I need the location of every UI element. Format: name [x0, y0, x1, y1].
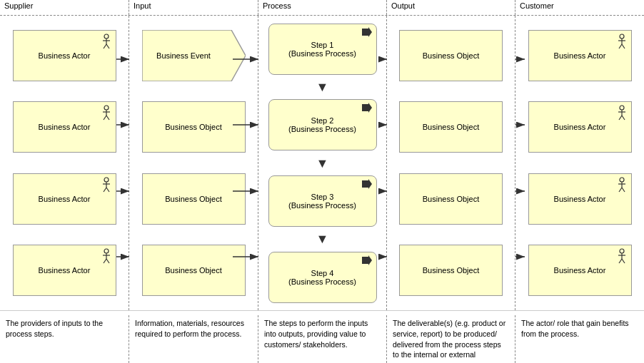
customer-actor-3: Business Actor	[528, 173, 632, 225]
svg-point-0	[104, 34, 109, 39]
svg-line-3	[104, 44, 106, 48]
desc-process: The steps to perform the inputs into out…	[258, 315, 387, 363]
customer-actor-1: Business Actor	[528, 30, 632, 81]
customer-stickman-2	[617, 105, 627, 121]
svg-point-41	[620, 249, 624, 253]
supplier-actor-3: Business Actor	[13, 173, 116, 225]
svg-marker-23	[362, 103, 372, 113]
main-area: Business Actor Business Actor	[0, 16, 644, 310]
svg-line-34	[619, 116, 622, 120]
output-object-4: Business Object	[399, 245, 503, 296]
lane-output: Business Object Business Object Business…	[387, 16, 515, 310]
output-object-2: Business Object	[399, 101, 503, 153]
output-object-3: Business Object	[399, 173, 503, 225]
svg-line-30	[622, 44, 625, 48]
down-arrow-3-4: ▼	[316, 233, 329, 245]
svg-line-45	[622, 259, 625, 263]
descriptions-row: The providers of inputs to the process s…	[0, 310, 644, 363]
stickman-icon-2	[101, 105, 111, 121]
svg-point-15	[104, 249, 109, 253]
lane-input: Business Event Business Object Business …	[129, 16, 258, 310]
customer-actor-4: Business Actor	[528, 245, 632, 296]
svg-line-13	[104, 188, 106, 192]
header-process: Process	[258, 0, 387, 15]
svg-line-35	[622, 116, 625, 120]
process-arrow-icon-3	[362, 179, 372, 189]
process-arrow-icon-2	[362, 103, 372, 113]
business-event-shape: Business Event	[142, 30, 246, 81]
svg-line-29	[619, 44, 622, 48]
svg-line-14	[106, 188, 109, 192]
svg-line-8	[104, 116, 106, 120]
customer-stickman-1	[617, 34, 627, 49]
desc-output: The deliverable(s) (e.g. product or serv…	[387, 315, 515, 363]
supplier-actor-4: Business Actor	[13, 245, 116, 296]
lane-supplier: Business Actor Business Actor	[0, 16, 129, 310]
svg-marker-25	[362, 255, 372, 265]
svg-point-5	[104, 106, 109, 110]
header-input: Input	[129, 0, 258, 15]
process-arrow-icon-1	[362, 27, 372, 37]
output-object-1: Business Object	[399, 30, 503, 81]
customer-actor-2: Business Actor	[528, 101, 632, 153]
svg-line-4	[106, 44, 109, 48]
down-arrow-1-2: ▼	[316, 81, 329, 93]
process-arrow-icon-4	[362, 255, 372, 265]
stickman-icon-3	[101, 177, 111, 193]
input-event-1: Business Event	[142, 30, 246, 81]
desc-supplier: The providers of inputs to the process s…	[0, 315, 129, 363]
svg-text:Business Event: Business Event	[156, 51, 211, 60]
diagram-wrapper: Supplier Input Process Output Customer B…	[0, 0, 644, 363]
lane-process: Step 1(Business Process) ▼ Step 2(Busine…	[258, 16, 387, 310]
svg-point-36	[620, 178, 624, 182]
svg-marker-24	[362, 179, 372, 189]
svg-line-39	[619, 188, 622, 192]
header-output: Output	[387, 0, 515, 15]
customer-stickman-4	[617, 248, 627, 264]
down-arrow-2-3: ▼	[316, 158, 329, 169]
svg-point-10	[104, 178, 109, 182]
process-step-1: Step 1(Business Process)	[268, 24, 377, 75]
svg-line-44	[619, 259, 622, 263]
header-supplier: Supplier	[0, 0, 129, 15]
svg-point-26	[620, 34, 624, 39]
input-object-2: Business Object	[142, 101, 246, 153]
desc-customer: The actor/ role that gain benefits from …	[515, 315, 644, 363]
process-step-4: Step 4(Business Process)	[268, 252, 377, 303]
svg-point-31	[620, 106, 624, 110]
svg-line-40	[622, 188, 625, 192]
supplier-actor-1: Business Actor	[13, 30, 116, 81]
input-object-3: Business Object	[142, 173, 246, 225]
desc-input: Information, materials, resources requir…	[129, 315, 258, 363]
stickman-icon-1	[101, 34, 111, 49]
svg-line-18	[104, 259, 106, 263]
process-step-2: Step 2(Business Process)	[268, 99, 377, 150]
header-customer: Customer	[515, 0, 644, 15]
input-object-4: Business Object	[142, 245, 246, 296]
svg-line-9	[106, 116, 109, 120]
header-row: Supplier Input Process Output Customer	[0, 0, 644, 16]
stickman-icon-4	[101, 248, 111, 264]
lane-customer: Business Actor Business Actor	[515, 16, 644, 310]
customer-stickman-3	[617, 177, 627, 193]
process-step-3: Step 3(Business Process)	[268, 175, 377, 227]
supplier-actor-2: Business Actor	[13, 101, 116, 153]
svg-marker-22	[362, 27, 372, 37]
svg-line-19	[106, 259, 109, 263]
